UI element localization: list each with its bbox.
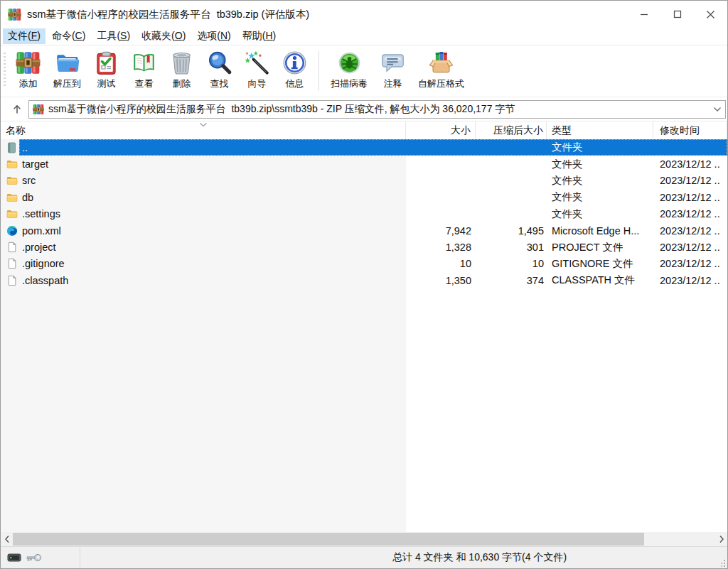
file-list: ..文件夹target文件夹2023/12/12 ..src文件夹2023/12…: [1, 139, 727, 532]
file-row[interactable]: db文件夹2023/12/12 ..: [1, 189, 727, 205]
extract-icon: [55, 50, 80, 75]
cell-packed-size: 10: [476, 258, 547, 269]
file-row[interactable]: ..文件夹: [1, 139, 727, 156]
cell-modified: 2023/12/12 ..: [653, 175, 727, 186]
file-row[interactable]: src文件夹2023/12/12 ..: [1, 173, 727, 189]
key-icon: [26, 553, 42, 563]
cell-name: pom.xml: [1, 225, 406, 237]
cell-type: 文件夹: [547, 141, 653, 154]
chevron-left-icon: [4, 535, 10, 543]
column-header-size[interactable]: 大小: [406, 121, 476, 139]
horizontal-scrollbar[interactable]: [1, 532, 727, 546]
file-name: src: [22, 175, 36, 186]
address-bar: ssm基于微信小程序的校园生活服务平台 tb39b.zip\ssmtb39b -…: [1, 97, 727, 121]
toolbar-test-button[interactable]: 测试: [87, 49, 125, 92]
menu-item-h[interactable]: 帮助(H): [237, 28, 281, 44]
file-icon: [6, 258, 18, 269]
folder-icon: [6, 208, 18, 220]
toolbar-label: 信息: [286, 77, 304, 90]
chevron-down-icon[interactable]: [713, 107, 722, 112]
comment-icon: [380, 50, 405, 75]
file-row[interactable]: pom.xml7,9421,495Microsoft Edge H...2023…: [1, 222, 727, 239]
cell-type: 文件夹: [547, 174, 653, 188]
up-directory-button[interactable]: [5, 99, 28, 119]
file-row[interactable]: target文件夹2023/12/12 ..: [1, 156, 727, 172]
file-name: db: [22, 192, 33, 203]
maximize-button[interactable]: [660, 1, 694, 28]
toolbar-label: 测试: [97, 77, 116, 90]
status-bar: 总计 4 文件夹 和 10,630 字节(4 个文件): [1, 546, 727, 568]
view-icon: [132, 50, 156, 75]
status-total-text: 总计 4 文件夹 和 10,630 字节(4 个文件): [392, 547, 567, 568]
column-header-name[interactable]: 名称: [1, 121, 406, 139]
folder-icon: [6, 192, 18, 203]
cell-type: Microsoft Edge H...: [547, 225, 653, 237]
window-title: ssm基于微信小程序的校园生活服务平台 tb39b.zip (评估版本): [27, 8, 309, 21]
toolbar-label: 扫描病毒: [331, 77, 368, 90]
menu-bar: 文件(F)命令(C)工具(S)收藏夹(O)选项(N)帮助(H): [1, 28, 727, 45]
file-name: .project: [22, 242, 56, 253]
cell-type: 文件夹: [547, 158, 653, 171]
scrollbar-thumb[interactable]: [13, 533, 644, 546]
up-arrow-icon: [11, 104, 23, 115]
delete-icon: [169, 50, 194, 75]
toolbar-label: 查找: [210, 77, 229, 90]
menu-item-o[interactable]: 收藏夹(O): [136, 28, 191, 44]
resize-grip[interactable]: [719, 560, 726, 567]
title-bar: ssm基于微信小程序的校园生活服务平台 tb39b.zip (评估版本): [1, 1, 727, 28]
cell-type: 文件夹: [547, 207, 653, 221]
cell-modified: 2023/12/12 ..: [653, 275, 727, 286]
toolbar-view-button[interactable]: 查看: [125, 49, 163, 92]
toolbar-label: 查看: [135, 77, 154, 90]
toolbar-find-button[interactable]: 查找: [200, 49, 238, 92]
cell-name: .project: [1, 242, 406, 253]
cell-packed-size: 374: [476, 275, 547, 286]
toolbar-comment-button[interactable]: 注释: [374, 49, 412, 92]
folder-icon: [6, 158, 18, 170]
minimize-icon: [640, 10, 648, 18]
toolbar-delete-button[interactable]: 删除: [163, 49, 200, 92]
cell-modified: 2023/12/12 ..: [653, 158, 727, 170]
toolbar-sfx-button[interactable]: 自解压格式: [412, 49, 471, 92]
file-row[interactable]: .gitignore1010GITIGNORE 文件2023/12/12 ..: [1, 256, 727, 272]
file-row[interactable]: .settings文件夹2023/12/12 ..: [1, 206, 727, 222]
archive-path-combobox[interactable]: ssm基于微信小程序的校园生活服务平台 tb39b.zip\ssmtb39b -…: [28, 100, 726, 119]
file-icon: [6, 242, 18, 253]
column-header-type[interactable]: 类型: [547, 121, 653, 139]
cell-type: 文件夹: [547, 190, 653, 204]
toolbar-virus-button[interactable]: 扫描病毒: [324, 49, 374, 92]
window-controls: [627, 1, 727, 28]
close-button[interactable]: [694, 1, 727, 28]
menu-item-n[interactable]: 选项(N): [192, 28, 235, 44]
toolbar-winrar-button[interactable]: 添加: [9, 49, 47, 92]
close-icon: [706, 10, 715, 19]
drive-icon: [7, 553, 21, 563]
file-name: pom.xml: [22, 225, 61, 237]
scroll-right-button[interactable]: [715, 532, 727, 546]
status-icons-pane: [1, 547, 80, 568]
cell-size: 1,350: [406, 275, 476, 286]
cell-modified: 2023/12/12 ..: [653, 225, 727, 237]
file-row[interactable]: .project1,328301PROJECT 文件2023/12/12 ..: [1, 239, 727, 255]
cell-name: .gitignore: [1, 258, 406, 269]
cell-type: GITIGNORE 文件: [547, 257, 653, 271]
virus-icon: [337, 50, 362, 75]
test-icon: [94, 50, 119, 75]
menu-item-c[interactable]: 命令(C): [47, 28, 90, 44]
column-header-packed-size[interactable]: 压缩后大小: [476, 121, 547, 139]
column-header-row: 名称 大小 压缩后大小 类型 修改时间: [1, 121, 727, 139]
toolbar-label: 自解压格式: [418, 77, 464, 90]
toolbar-wizard-button[interactable]: 向导: [238, 49, 276, 92]
toolbar-extract-button[interactable]: 解压到: [47, 49, 87, 92]
cell-packed-size: 1,495: [476, 225, 547, 237]
menu-item-s[interactable]: 工具(S): [92, 28, 135, 44]
minimize-button[interactable]: [627, 1, 660, 28]
column-header-modified[interactable]: 修改时间: [653, 121, 727, 139]
folder-icon: [6, 175, 18, 186]
file-row[interactable]: .classpath1,350374CLASSPATH 文件2023/12/12…: [1, 272, 727, 288]
scroll-left-button[interactable]: [1, 532, 13, 546]
menu-item-f[interactable]: 文件(F): [3, 28, 46, 44]
find-icon: [207, 50, 232, 75]
toolbar-info-button[interactable]: 信息: [276, 49, 314, 92]
file-name: .gitignore: [22, 258, 65, 269]
